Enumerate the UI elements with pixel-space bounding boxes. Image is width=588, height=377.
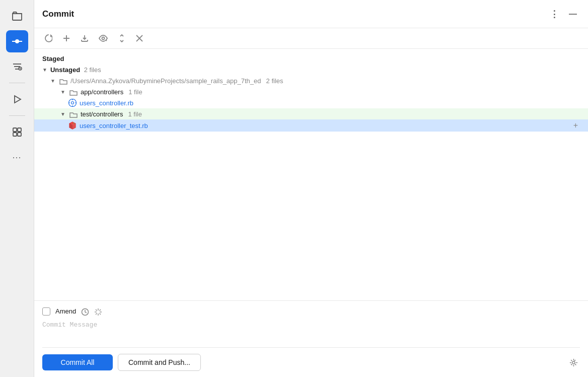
unstaged-chevron: ▼ (42, 67, 47, 73)
more-options-icon: ⋮ (550, 9, 559, 19)
root-chevron: ▼ (50, 78, 55, 84)
staged-header: Staged (34, 53, 588, 65)
sidebar-item-folder[interactable] (6, 5, 28, 27)
sidebar: ··· (0, 0, 34, 377)
commit-message-input[interactable] (42, 321, 580, 341)
users-controller-row[interactable]: users_controller.rb (34, 97, 588, 108)
download-button[interactable] (79, 32, 91, 44)
root-path-text: /Users/Anna.Zykova/RubymineProjects/samp… (70, 77, 261, 85)
sidebar-item-more[interactable]: ··· (6, 146, 28, 168)
stage-file-button[interactable]: + (571, 121, 580, 130)
commit-push-button[interactable]: Commit and Push... (118, 354, 201, 371)
commit-all-button[interactable]: Commit All (42, 354, 113, 370)
users-controller-test-row[interactable]: users_controller_test.rb + (34, 119, 588, 132)
svg-rect-12 (18, 133, 21, 136)
refresh-button[interactable] (42, 32, 54, 44)
more-options-button[interactable]: ⋮ (547, 7, 562, 22)
toolbar (34, 28, 588, 49)
eye-button[interactable] (97, 33, 110, 44)
ruby-icon (68, 121, 77, 130)
users-controller-file[interactable]: users_controller.rb (80, 99, 133, 107)
users-controller-test-file[interactable]: users_controller_test.rb (80, 122, 148, 130)
panel-header: Commit ⋮ — (34, 0, 588, 28)
controllers-folder-name: app/controllers (81, 88, 123, 96)
sidebar-divider-1 (9, 83, 25, 83)
file-tree: Staged ▼ Unstaged 2 files ▼ /Users/Anna.… (34, 49, 588, 300)
root-folder-icon (59, 77, 67, 85)
root-path-row[interactable]: ▼ /Users/Anna.Zykova/RubymineProjects/sa… (34, 75, 588, 86)
test-controllers-chevron: ▼ (60, 111, 65, 117)
gear-file-icon (68, 99, 77, 107)
sidebar-item-filter[interactable] (6, 55, 28, 78)
action-row: Commit All Commit and Push... (42, 347, 580, 377)
svg-line-38 (100, 313, 101, 315)
amend-checkbox[interactable] (42, 307, 50, 316)
settings-button[interactable] (567, 355, 580, 369)
main-panel: Commit ⋮ — (34, 0, 588, 377)
minimize-icon: — (569, 10, 577, 18)
sidebar-divider-2 (9, 115, 25, 116)
svg-rect-9 (13, 128, 17, 132)
controllers-chevron: ▼ (60, 89, 65, 95)
svg-line-40 (96, 313, 97, 315)
svg-marker-8 (15, 96, 21, 103)
svg-point-41 (572, 361, 575, 364)
sidebar-item-plugins[interactable] (6, 121, 28, 143)
unstaged-count: 2 files (82, 66, 101, 74)
minimize-button[interactable]: — (566, 8, 580, 21)
sidebar-item-commit[interactable] (6, 30, 28, 52)
controllers-folder-row[interactable]: ▼ app/controllers 1 file (34, 86, 588, 97)
sidebar-item-run[interactable] (6, 88, 28, 110)
svg-point-21 (71, 102, 74, 104)
bottom-area: Amend (34, 300, 588, 377)
controllers-folder-icon (69, 88, 78, 96)
unstaged-label: Unstaged (50, 66, 80, 74)
amend-label: Amend (55, 307, 76, 315)
svg-point-0 (16, 40, 19, 43)
controllers-count: 1 file (128, 88, 142, 96)
test-controllers-folder-name: test/controllers (81, 110, 123, 118)
svg-point-16 (102, 37, 105, 40)
root-count: 2 files (266, 77, 283, 85)
svg-line-39 (100, 309, 101, 311)
header-actions: ⋮ — (547, 7, 580, 22)
svg-line-37 (96, 309, 97, 311)
panel-title: Commit (42, 9, 74, 19)
expand-button[interactable] (116, 32, 128, 44)
sparkle-icon[interactable] (94, 307, 102, 316)
close-button[interactable] (134, 33, 145, 44)
svg-rect-10 (18, 128, 21, 132)
unstaged-group[interactable]: ▼ Unstaged 2 files (34, 65, 588, 75)
add-button[interactable] (60, 32, 72, 44)
test-controllers-folder-row[interactable]: ▼ test/controllers 1 file (34, 108, 588, 119)
amend-row: Amend (42, 307, 580, 316)
svg-rect-11 (13, 133, 17, 136)
history-icon[interactable] (81, 307, 89, 316)
test-controllers-count: 1 file (128, 110, 141, 118)
test-controllers-folder-icon (69, 110, 78, 118)
